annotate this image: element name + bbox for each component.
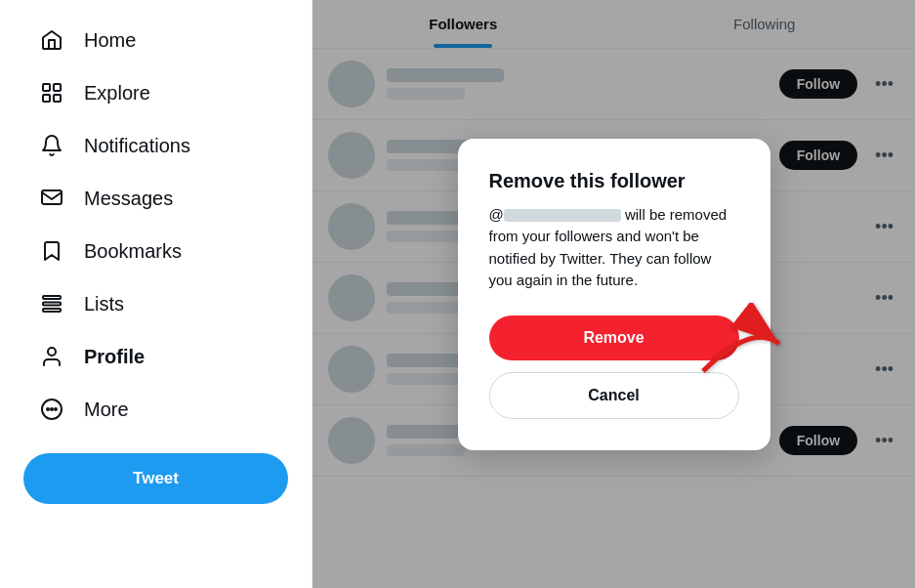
svg-point-8: [48, 348, 56, 356]
sidebar-item-explore[interactable]: Explore: [23, 68, 288, 117]
sidebar-item-more-label: More: [84, 399, 129, 421]
sidebar-item-profile-label: Profile: [84, 346, 145, 368]
sidebar-item-notifications[interactable]: Notifications: [23, 121, 288, 170]
explore-icon: [39, 80, 64, 105]
svg-point-12: [55, 408, 57, 410]
sidebar: Home Explore Notifications: [0, 0, 312, 588]
svg-rect-2: [43, 95, 50, 102]
remove-button[interactable]: Remove: [489, 315, 739, 360]
remove-follower-modal: Remove this follower @ will be removed f…: [458, 139, 770, 450]
modal-body: @ will be removed from your followers an…: [489, 204, 739, 292]
svg-point-11: [51, 408, 53, 410]
svg-rect-7: [43, 309, 61, 312]
sidebar-item-more[interactable]: More: [23, 385, 288, 434]
sidebar-item-explore-label: Explore: [84, 82, 150, 105]
sidebar-item-home-label: Home: [84, 29, 136, 52]
svg-rect-4: [42, 190, 62, 204]
lists-icon: [39, 291, 64, 316]
notifications-icon: [39, 133, 64, 158]
sidebar-item-lists[interactable]: Lists: [23, 279, 288, 328]
profile-icon: [39, 344, 64, 369]
modal-body-prefix: @: [489, 206, 621, 223]
svg-rect-3: [54, 95, 61, 102]
sidebar-item-bookmarks-label: Bookmarks: [84, 240, 182, 263]
home-icon: [39, 27, 64, 53]
svg-rect-5: [43, 296, 61, 299]
tweet-button[interactable]: Tweet: [23, 453, 288, 504]
sidebar-item-messages[interactable]: Messages: [23, 174, 288, 223]
svg-rect-6: [43, 303, 61, 306]
cancel-button[interactable]: Cancel: [489, 372, 739, 419]
svg-point-10: [47, 408, 49, 410]
more-icon: [39, 397, 64, 422]
main-content: Followers Following Follow ••• Follow ••…: [312, 0, 915, 588]
sidebar-item-messages-label: Messages: [84, 188, 173, 210]
svg-rect-1: [54, 84, 61, 91]
modal-overlay: Remove this follower @ will be removed f…: [312, 0, 915, 588]
sidebar-item-home[interactable]: Home: [23, 16, 288, 64]
modal-title: Remove this follower: [489, 170, 739, 192]
sidebar-item-profile[interactable]: Profile: [23, 332, 288, 381]
svg-rect-0: [43, 84, 50, 91]
sidebar-item-notifications-label: Notifications: [84, 135, 190, 157]
sidebar-item-lists-label: Lists: [84, 293, 124, 315]
bookmarks-icon: [39, 238, 64, 264]
messages-icon: [39, 186, 64, 211]
sidebar-item-bookmarks[interactable]: Bookmarks: [23, 227, 288, 275]
